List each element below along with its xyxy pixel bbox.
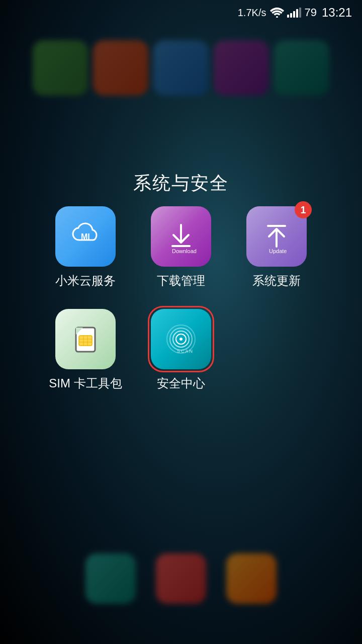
security-label: 安全中心 [157,375,205,391]
svg-text:Update: Update [269,248,287,254]
folder-title: 系统与安全 [0,171,362,196]
update-icon-bg: 1 Update [246,206,307,267]
mi-cloud-label: 小米云服务 [55,273,116,289]
sim-svg [68,321,103,357]
download-icon-bg: Download [151,206,211,267]
security-icon-bg: SCAN [151,309,211,369]
clock: 13:21 [322,6,352,20]
status-icons: 79 13:21 [270,6,352,20]
svg-text:SCAN: SCAN [177,349,194,354]
sim-label: SIM 卡工具包 [49,375,122,391]
update-label: 系统更新 [252,273,301,289]
wifi-icon [270,8,284,18]
svg-point-19 [179,338,183,341]
battery-level: 79 [304,6,316,19]
signal-icon [287,8,301,18]
main-content: 系统与安全 MI 小米云服务 [0,0,362,644]
mi-cloud-icon-bg: MI [55,206,116,267]
app-sim-tool[interactable]: SIM 卡工具包 [49,309,122,391]
app-mi-cloud[interactable]: MI 小米云服务 [55,206,116,289]
sim-icon-bg [55,309,116,369]
download-svg: Download [163,219,199,254]
download-label: 下载管理 [157,273,205,289]
update-svg: Update [259,219,294,254]
update-badge: 1 [295,201,312,218]
mi-cloud-svg: MI [68,219,103,254]
app-download[interactable]: Download 下载管理 [151,206,211,289]
svg-text:MI: MI [81,232,90,241]
app-system-update[interactable]: 1 Update 系统更新 [246,206,307,289]
svg-text:Download: Download [172,248,197,254]
status-bar: 1.7K/s 79 13:21 [0,0,362,25]
app-grid: MI 小米云服务 Download 下载管理 [45,206,317,391]
svg-rect-10 [79,336,92,346]
security-svg: SCAN [163,321,199,357]
app-security-center[interactable]: SCAN 安全中心 [151,309,211,391]
svg-point-0 [276,16,278,18]
network-speed: 1.7K/s [238,7,266,19]
